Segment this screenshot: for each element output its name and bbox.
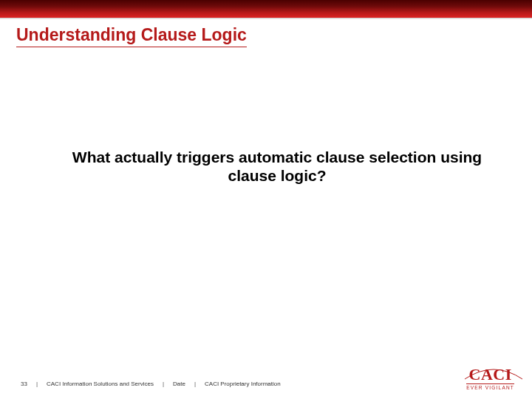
separator-icon: | [163,381,164,387]
footer-note: CACI Proprietary Information [205,381,281,387]
page-number: 33 [21,381,27,387]
footer-org: CACI Information Solutions and Services [47,381,154,387]
slide-body-question: What actually triggers automatic clause … [52,148,502,185]
slide-title: Understanding Clause Logic [16,25,247,47]
separator-icon: | [194,381,196,387]
accent-top-bar [0,0,532,18]
company-logo: CACI EVER VIGILANT [466,366,514,390]
footer-date: Date [173,381,185,387]
logo-tagline: EVER VIGILANT [466,383,514,390]
separator-icon: | [36,381,38,387]
logo-text: CACI [469,366,512,383]
footer: 33 | CACI Information Solutions and Serv… [21,381,451,387]
